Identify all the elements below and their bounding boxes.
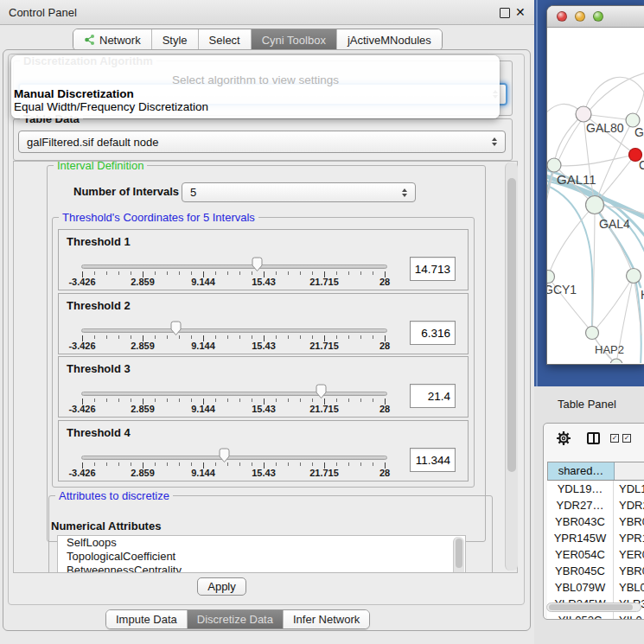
network-graph[interactable]: GAL80GACGAL11GAL4GCY1HHAP2	[547, 28, 644, 363]
table-cell[interactable]: YBR043C	[547, 513, 614, 530]
threshold-row-1: Threshold 1-3.4262.8599.14415.4321.71528	[58, 229, 469, 290]
slider-tick-label: 21.715	[303, 341, 346, 351]
table-row[interactable]: YDL19…YDL1	[547, 481, 644, 497]
slider-tick-label: 9.144	[182, 404, 225, 414]
node-gcy1[interactable]	[547, 271, 555, 284]
table-row[interactable]: YBR043CYBR0	[547, 513, 644, 530]
table-cell[interactable]: YDR2	[614, 497, 644, 513]
table-cell[interactable]: YBR0	[614, 513, 644, 530]
table-cell[interactable]: YPR145W	[547, 530, 614, 546]
table-cell[interactable]: YIL052C	[547, 612, 614, 620]
minimize-window-icon[interactable]	[575, 11, 585, 22]
settings-scrollbar-thumb[interactable]	[507, 178, 516, 472]
table-data-combo[interactable]: galFiltered.sif default node	[18, 131, 506, 153]
table-row[interactable]: YIL052CYIL0	[547, 612, 644, 620]
tab-infer-network[interactable]: Infer Network	[284, 610, 369, 628]
slider-tick	[167, 399, 168, 402]
threshold-value-field[interactable]	[410, 384, 456, 408]
checkbox-icon[interactable]: ✓	[622, 434, 631, 443]
settings-scrollbar[interactable]	[505, 163, 518, 571]
table-header-shared[interactable]: shared…	[548, 462, 615, 480]
slider-thumb[interactable]	[315, 384, 328, 399]
tab-jactivemnodules[interactable]: jActiveMNodules	[337, 29, 442, 50]
maximize-window-icon[interactable]	[593, 11, 603, 22]
table-cell[interactable]: YER0	[614, 546, 644, 563]
tab-network[interactable]: Network	[73, 29, 152, 50]
slider-thumb[interactable]	[169, 321, 182, 336]
attributes-scrollbar-thumb[interactable]	[456, 539, 462, 568]
table-cell[interactable]: YBL0	[614, 579, 644, 596]
table-row[interactable]: YPR145WYPR1	[547, 530, 644, 546]
slider-thumb[interactable]	[251, 257, 264, 272]
slider-thumb[interactable]	[218, 448, 231, 463]
slider-track[interactable]	[81, 392, 387, 396]
slider-track[interactable]	[81, 328, 387, 333]
gear-icon[interactable]	[555, 430, 572, 447]
network-window-titlebar[interactable]	[547, 6, 644, 28]
slider-tick	[288, 271, 289, 275]
network-window[interactable]: GAL80GACGAL11GAL4GCY1HHAP2	[546, 5, 644, 365]
node-h[interactable]	[627, 269, 641, 284]
table-header-name[interactable]: na	[615, 462, 644, 480]
table-row[interactable]: YBR045CYBR0	[547, 563, 644, 579]
interval-definition-title: Interval Definition	[54, 161, 147, 172]
attributes-scrollbar[interactable]	[453, 537, 464, 573]
slider-tick	[106, 399, 107, 402]
tab-style[interactable]: Style	[152, 29, 199, 50]
node-gal11[interactable]	[547, 158, 561, 172]
slider-track[interactable]	[81, 265, 387, 269]
threshold-value-field[interactable]	[410, 448, 456, 472]
slider-tick	[179, 271, 180, 275]
slider-tick	[252, 462, 252, 466]
thresholds-group-title: Threshold's Coordinates for 5 Intervals	[59, 211, 258, 224]
table-cell[interactable]: YIL0	[614, 612, 644, 620]
table-cell[interactable]: YDR27…	[547, 497, 614, 513]
slider-tick-label: 28	[363, 468, 406, 478]
algorithm-option-2[interactable]: Equal Width/Frequency Discretization	[14, 100, 497, 113]
table-horizontal-scrollbar-thumb[interactable]	[549, 604, 633, 610]
slider-tick	[348, 462, 349, 466]
tab-discretize-data[interactable]: Discretize Data	[188, 610, 284, 628]
network-canvas[interactable]: GAL80GACGAL11GAL4GCY1HHAP2	[547, 28, 644, 363]
close-window-icon[interactable]	[557, 11, 567, 22]
table-cell[interactable]: YDL19…	[547, 481, 614, 497]
float-panel-icon[interactable]	[500, 8, 510, 18]
table-row[interactable]: YDR27…YDR2	[547, 497, 644, 513]
table-cell[interactable]: YBL079W	[547, 579, 614, 596]
attribute-item[interactable]: SelfLoops	[58, 536, 465, 550]
table-cell[interactable]: YPR1	[614, 530, 644, 546]
node-table[interactable]: shared…naYDL19…YDL1YDR27…YDR2YBR043CYBR0…	[547, 462, 644, 620]
table-cell[interactable]: YDL1	[614, 481, 644, 497]
slider-tick	[360, 399, 361, 402]
threshold-value-field[interactable]	[410, 257, 456, 281]
threshold-value-field[interactable]	[410, 321, 456, 345]
attribute-item[interactable]: TopologicalCoefficient	[58, 550, 465, 564]
table-cell[interactable]: YER054C	[547, 546, 614, 563]
tab-impute-data[interactable]: Impute Data	[106, 610, 188, 628]
spinner-stepper-icon[interactable]	[402, 188, 407, 197]
number-of-intervals-spinner[interactable]: 5	[182, 182, 416, 202]
table-horizontal-scrollbar[interactable]	[546, 603, 641, 612]
slider-track[interactable]	[81, 456, 387, 460]
numerical-attributes-list[interactable]: SelfLoopsTopologicalCoefficientBetweenne…	[57, 535, 466, 573]
node-gal4[interactable]	[586, 196, 604, 214]
tab-select[interactable]: Select	[199, 29, 252, 50]
slider-tick-label: 21.715	[303, 404, 346, 414]
table-row[interactable]: YBL079WYBL0	[547, 579, 644, 596]
table-cell[interactable]: YBR045C	[547, 563, 614, 579]
tab-label: Cyni Toolbox	[262, 34, 326, 47]
column-layout-icon[interactable]	[587, 432, 600, 444]
node-hap2[interactable]	[586, 327, 599, 340]
close-panel-icon[interactable]: ✕	[515, 5, 526, 19]
tab-cyni-toolbox[interactable]: Cyni Toolbox	[252, 29, 337, 50]
table-row[interactable]: YER054CYER0	[547, 546, 644, 563]
slider-tick-label: 9.144	[182, 277, 225, 287]
attribute-item[interactable]: BetweennessCentrality	[58, 564, 465, 573]
table-cell[interactable]: YBR0	[614, 563, 644, 579]
algorithm-option-1[interactable]: Manual Discretization	[14, 87, 497, 100]
checkbox-icon[interactable]: ✓	[610, 434, 619, 443]
apply-button[interactable]: Apply	[197, 577, 246, 596]
node-gal80[interactable]	[576, 106, 591, 122]
combo-stepper-icon[interactable]	[492, 137, 497, 146]
node-label: HAP2	[595, 343, 624, 356]
